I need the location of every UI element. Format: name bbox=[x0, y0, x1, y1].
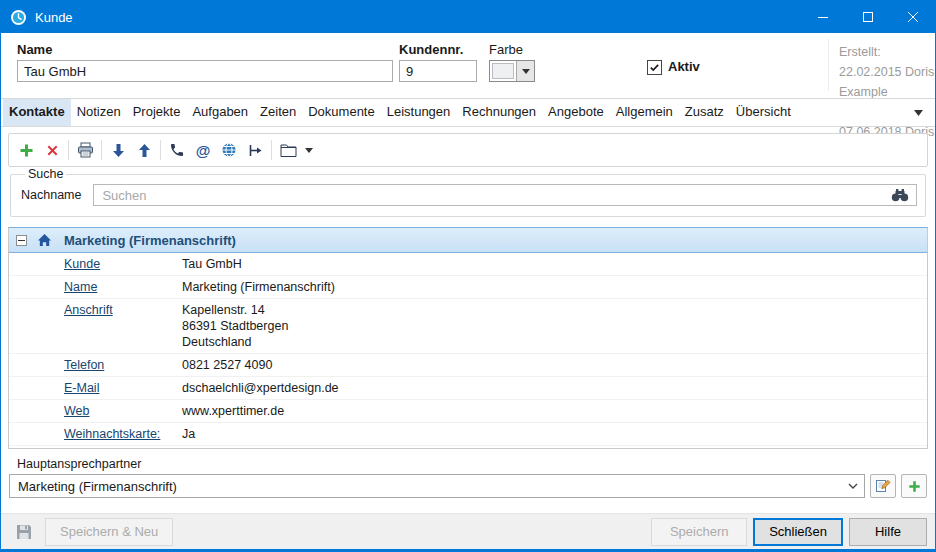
add-icon bbox=[19, 143, 34, 158]
hauptansprechpartner-combobox[interactable]: Marketing (Firmenanschrift) bbox=[9, 474, 865, 498]
contact-row: Name Marketing (Firmenanschrift) bbox=[9, 276, 927, 299]
tab-overflow-button[interactable] bbox=[914, 110, 923, 116]
print-button[interactable] bbox=[72, 137, 98, 163]
tab-aufgaben[interactable]: Aufgaben bbox=[186, 99, 254, 126]
contact-field-value: Tau GmbH bbox=[182, 256, 927, 272]
created-text: Erstellt: 22.02.2015 Doris Example bbox=[839, 42, 935, 102]
collapse-toggle[interactable] bbox=[16, 235, 27, 246]
toolbar-separator bbox=[271, 140, 272, 160]
search-group: Suche Nachname bbox=[10, 167, 926, 217]
hilfe-button[interactable]: Hilfe bbox=[849, 518, 927, 546]
tab-notizen[interactable]: Notizen bbox=[71, 99, 127, 126]
save-button[interactable] bbox=[9, 519, 39, 545]
tab-zeiten[interactable]: Zeiten bbox=[254, 99, 302, 126]
email-button[interactable]: @ bbox=[190, 137, 216, 163]
contact-field-value: Ja bbox=[182, 426, 927, 442]
edit-contact-button[interactable] bbox=[870, 474, 896, 498]
speichern-neu-button[interactable]: Speichern & Neu bbox=[45, 518, 173, 546]
tab-allgemein[interactable]: Allgemein bbox=[610, 99, 679, 126]
contact-field-label[interactable]: Web bbox=[64, 403, 182, 419]
move-up-button[interactable] bbox=[131, 137, 157, 163]
tab-kontakte[interactable]: Kontakte bbox=[3, 99, 71, 126]
binoculars-button[interactable] bbox=[891, 188, 909, 202]
at-icon: @ bbox=[196, 142, 211, 159]
phone-icon bbox=[169, 142, 185, 158]
move-down-icon bbox=[112, 143, 125, 158]
combobox-selected-value: Marketing (Firmenanschrift) bbox=[10, 479, 842, 494]
minimize-button[interactable] bbox=[800, 1, 845, 33]
chevron-down-icon bbox=[305, 148, 313, 153]
maximize-button[interactable] bbox=[845, 1, 890, 33]
contact-field-label[interactable]: Anschrift bbox=[64, 302, 182, 350]
move-up-icon bbox=[138, 143, 151, 158]
maximize-icon bbox=[863, 12, 873, 22]
schliessen-button[interactable]: Schließen bbox=[753, 518, 843, 546]
tab-projekte[interactable]: Projekte bbox=[127, 99, 187, 126]
close-icon bbox=[908, 12, 918, 22]
contact-field-label[interactable]: Kunde bbox=[64, 256, 182, 272]
binoculars-icon bbox=[891, 188, 909, 202]
farbe-dropdown-button[interactable] bbox=[516, 61, 534, 81]
nachname-label: Nachname bbox=[21, 188, 81, 202]
contact-field-label[interactable]: E-Mail bbox=[64, 380, 182, 396]
add-icon bbox=[908, 480, 921, 493]
contact-field-value: Kapellenstr. 14 86391 Stadtbergen Deutsc… bbox=[182, 302, 927, 350]
delete-icon bbox=[46, 144, 59, 157]
customer-form: Name Kundennr. Farbe Aktiv Erstellt: 22.… bbox=[1, 33, 935, 98]
contact-field-label[interactable]: Weihnachtskarte: bbox=[64, 426, 182, 442]
contact-row: Anschrift Kapellenstr. 14 86391 Stadtber… bbox=[9, 299, 927, 354]
contact-field-value: dschaelchli@xpertdesign.de bbox=[182, 380, 927, 396]
chevron-down-icon bbox=[914, 110, 923, 116]
footer-bar: Speichern & Neu Speichern Schließen Hilf… bbox=[1, 513, 935, 549]
tab-angebote[interactable]: Angebote bbox=[542, 99, 610, 126]
print-icon bbox=[77, 142, 94, 158]
contact-field-value: www.xperttimer.de bbox=[182, 403, 927, 419]
tab-rechnungen[interactable]: Rechnungen bbox=[456, 99, 542, 126]
hauptansprechpartner-label: Hauptansprechpartner bbox=[17, 457, 141, 471]
close-button[interactable] bbox=[890, 1, 935, 33]
aktiv-checkbox[interactable] bbox=[647, 60, 662, 75]
globe-icon bbox=[221, 142, 237, 158]
edit-icon bbox=[875, 478, 891, 494]
phone-button[interactable] bbox=[164, 137, 190, 163]
chevron-down-icon bbox=[522, 69, 530, 74]
kundennr-label: Kundennr. bbox=[399, 42, 463, 57]
name-input[interactable] bbox=[17, 60, 393, 82]
tab-leistungen[interactable]: Leistungen bbox=[381, 99, 457, 126]
check-icon bbox=[649, 62, 660, 73]
kundennr-input[interactable] bbox=[399, 60, 477, 82]
contact-field-value: Marketing (Firmenanschrift) bbox=[182, 279, 927, 295]
search-input[interactable] bbox=[93, 184, 917, 206]
web-button[interactable] bbox=[216, 137, 242, 163]
contact-panel: Marketing (Firmenanschrift) Kunde Tau Gm… bbox=[8, 227, 928, 449]
folder-button[interactable] bbox=[275, 137, 301, 163]
delete-button[interactable] bbox=[39, 137, 65, 163]
tab-dokumente[interactable]: Dokumente bbox=[302, 99, 380, 126]
add-button[interactable] bbox=[13, 137, 39, 163]
titlebar: Kunde bbox=[1, 1, 935, 33]
aktiv-label: Aktiv bbox=[668, 59, 700, 74]
contact-field-label[interactable]: Telefon bbox=[64, 357, 182, 373]
contact-field-label[interactable]: Name bbox=[64, 279, 182, 295]
color-swatch bbox=[492, 63, 514, 79]
meta-divider bbox=[828, 39, 829, 91]
window-controls bbox=[800, 1, 935, 33]
add-contact-button[interactable] bbox=[901, 474, 927, 498]
tab-uebersicht[interactable]: Übersicht bbox=[730, 99, 797, 126]
minimize-icon bbox=[818, 12, 828, 22]
contact-row: E-Mail dschaelchli@xpertdesign.de bbox=[9, 377, 927, 400]
folder-dropdown-button[interactable] bbox=[301, 137, 317, 163]
hauptansprechpartner-row: Marketing (Firmenanschrift) bbox=[9, 474, 927, 498]
chevron-down-icon bbox=[848, 483, 858, 489]
speichern-button[interactable]: Speichern bbox=[651, 518, 747, 546]
transfer-icon bbox=[248, 143, 263, 158]
move-down-button[interactable] bbox=[105, 137, 131, 163]
farbe-dropdown[interactable] bbox=[489, 60, 535, 82]
contact-row: Telefon 0821 2527 4090 bbox=[9, 354, 927, 377]
folder-icon bbox=[280, 143, 297, 157]
name-label: Name bbox=[17, 42, 52, 57]
combobox-dropdown-button[interactable] bbox=[842, 475, 864, 497]
app-icon bbox=[10, 9, 27, 26]
transfer-button[interactable] bbox=[242, 137, 268, 163]
tab-zusatz[interactable]: Zusatz bbox=[679, 99, 730, 126]
